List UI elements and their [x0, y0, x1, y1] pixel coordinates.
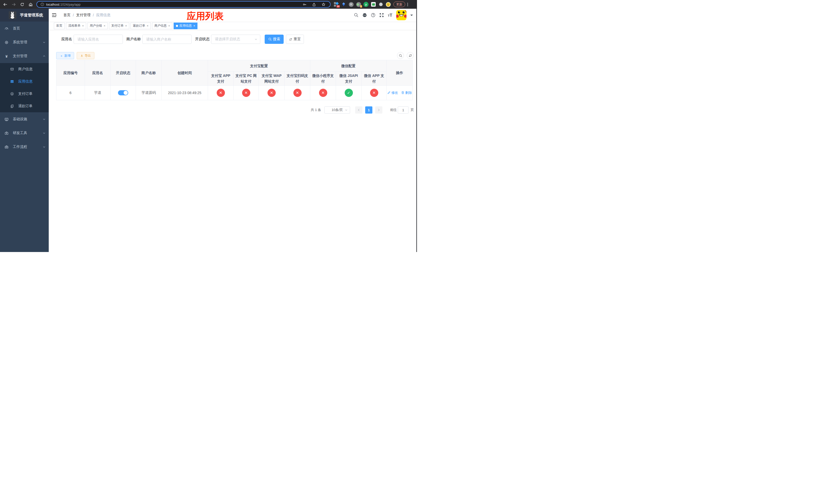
delete-link[interactable]: 删除: [401, 91, 412, 95]
refresh-table-button[interactable]: [407, 52, 414, 59]
tab-label: 流程表单: [68, 24, 81, 28]
breadcrumb-pay-manage[interactable]: 支付管理: [76, 13, 90, 18]
tab-支付订单[interactable]: 支付订单×: [109, 23, 129, 29]
update-label: 更新: [396, 2, 402, 7]
url-host: localhost: [46, 3, 59, 6]
cell-alipay-app-status: ✕: [208, 86, 234, 100]
sidebar-item-grid[interactable]: 应用信息: [0, 75, 49, 88]
sidebar-item-yen[interactable]: ¥支付管理: [0, 49, 49, 63]
extension-chat-icon[interactable]: [371, 2, 376, 7]
grid-icon: [10, 80, 14, 84]
extension-recorder-icon[interactable]: 1: [356, 2, 361, 7]
browser-reload-icon[interactable]: [20, 2, 24, 7]
share-icon[interactable]: [312, 3, 316, 6]
breadcrumb-separator: /: [73, 13, 74, 17]
browser-back-icon[interactable]: [3, 2, 7, 7]
export-button[interactable]: 导出: [77, 52, 94, 59]
sidebar-item-toolbox[interactable]: 研发工具: [0, 126, 49, 140]
pagination-total: 共 1 条: [311, 108, 321, 112]
close-tab-icon[interactable]: ×: [125, 24, 127, 27]
sidebar-submenu: 商户信息应用信息支付订单退款订单: [0, 63, 49, 112]
browser-forward-icon[interactable]: [12, 2, 16, 7]
col-wechat-app: 微信 APP 支付: [361, 71, 387, 86]
merchant-name-input[interactable]: [142, 35, 192, 44]
goto-page-input[interactable]: [398, 107, 409, 114]
toggle-search-button[interactable]: [397, 52, 404, 59]
address-bar[interactable]: localhost:1024/pay/app: [37, 1, 331, 8]
sidebar-item-yen-circle[interactable]: 支付订单: [0, 88, 49, 100]
password-key-icon[interactable]: [303, 3, 306, 6]
close-tab-icon[interactable]: ×: [104, 24, 105, 27]
github-icon[interactable]: [363, 13, 367, 18]
tab-退款订单[interactable]: 退款订单×: [131, 23, 151, 29]
extension-gem-icon[interactable]: [341, 2, 346, 7]
font-size-icon[interactable]: TT: [388, 13, 392, 18]
current-page-button[interactable]: 1: [365, 107, 372, 114]
app-name-input[interactable]: [73, 35, 123, 44]
browser-update-button[interactable]: 更新: [393, 2, 405, 7]
add-button-label: 新增: [64, 53, 70, 58]
briefcase-icon: [5, 145, 8, 149]
collapse-sidebar-icon[interactable]: [51, 13, 57, 18]
tab-应用信息[interactable]: 应用信息×: [174, 23, 197, 29]
sidebar-item-monitor[interactable]: 基础设施: [0, 112, 49, 126]
tab-用户分组[interactable]: 用户分组×: [87, 23, 108, 29]
app-logo-row[interactable]: 芋道管理系统: [0, 9, 49, 22]
chevron-down-icon[interactable]: [410, 15, 413, 17]
user-avatar[interactable]: [396, 10, 407, 20]
col-app-id: 应用编号: [57, 60, 85, 86]
sidebar-item-document[interactable]: 退款订单: [0, 100, 49, 112]
cell-status: [111, 86, 136, 100]
extensions-puzzle-icon[interactable]: [378, 2, 383, 7]
breadcrumb-home[interactable]: 首页: [63, 13, 70, 18]
bookmark-star-icon[interactable]: [322, 3, 326, 6]
app-table: 应用编号 应用名 开启状态 商户名称 创建时间 支付宝配置 微信配置 操作 支付…: [56, 60, 413, 100]
site-info-icon[interactable]: [41, 3, 44, 6]
tab-流程表单[interactable]: 流程表单×: [66, 23, 86, 29]
trash-icon: [401, 91, 404, 94]
col-merchant: 商户名称: [136, 60, 161, 86]
fullscreen-icon[interactable]: [379, 13, 384, 18]
tab-label: 首页: [56, 24, 62, 28]
extension-tabs-icon[interactable]: 10: [334, 2, 339, 7]
page-size-select[interactable]: 10条/页: [324, 107, 350, 114]
profile-emoji-icon[interactable]: [386, 2, 391, 7]
col-wechat-mini: 微信小程序支付: [310, 71, 336, 86]
window-edge: [416, 9, 417, 252]
tab-商户信息[interactable]: 商户信息×: [152, 23, 172, 29]
next-page-button[interactable]: [375, 107, 382, 114]
search-button[interactable]: 搜索: [265, 35, 284, 44]
status-disabled-icon: ✕: [319, 89, 327, 97]
sidebar-item-briefcase[interactable]: 工作流程: [0, 140, 49, 154]
sidebar-item-dashboard[interactable]: 首页: [0, 22, 49, 36]
sidebar-item-gear[interactable]: 系统管理: [0, 36, 49, 49]
search-icon[interactable]: [354, 13, 358, 18]
close-tab-icon[interactable]: ×: [193, 24, 195, 27]
close-tab-icon[interactable]: ×: [147, 24, 149, 27]
extension-command-icon[interactable]: ⌘: [349, 2, 354, 7]
tab-首页[interactable]: 首页: [54, 23, 65, 29]
dashboard-icon: [5, 27, 8, 30]
browser-menu-icon[interactable]: [407, 3, 408, 6]
chevron-down-icon: [345, 109, 348, 112]
add-button[interactable]: ＋ 新增: [56, 52, 74, 59]
col-group-alipay: 支付宝配置: [208, 60, 310, 71]
tab-label: 支付订单: [111, 24, 124, 28]
sidebar-item-store[interactable]: 商户信息: [0, 63, 49, 75]
close-tab-icon[interactable]: ×: [168, 24, 170, 27]
tab-label: 退款订单: [133, 24, 145, 28]
status-select[interactable]: 请选择开启状态: [211, 35, 260, 44]
status-toggle[interactable]: [118, 90, 128, 95]
chevron-down-icon: [255, 38, 258, 41]
browser-home-icon[interactable]: [28, 2, 33, 7]
prev-page-button[interactable]: [355, 107, 363, 114]
plus-icon: ＋: [60, 54, 63, 58]
extension-y-icon[interactable]: y: [364, 2, 369, 7]
reset-button[interactable]: 重置: [286, 35, 304, 44]
edit-link[interactable]: 修改: [387, 91, 398, 95]
help-icon[interactable]: [371, 13, 375, 18]
col-alipay-pc: 支付宝 PC 网站支付: [234, 71, 259, 86]
close-tab-icon[interactable]: ×: [82, 24, 84, 27]
cell-wechat-mini-status: ✕: [310, 86, 336, 100]
sidebar: 芋道管理系统 首页系统管理¥支付管理商户信息应用信息支付订单退款订单基础设施研发…: [0, 9, 49, 252]
